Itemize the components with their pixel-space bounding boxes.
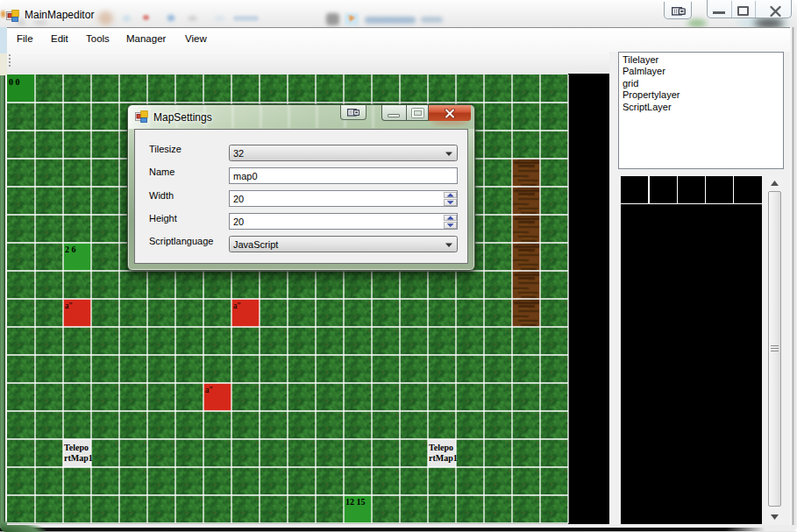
svg-text:a": a" — [205, 385, 213, 394]
svg-text:2 6: 2 6 — [65, 245, 76, 254]
svg-text:12 15: 12 15 — [345, 497, 366, 507]
svg-text:Telepo: Telepo — [64, 443, 89, 452]
svg-text:Telepo: Telepo — [429, 443, 453, 452]
svg-text:rtMap1: rtMap1 — [64, 453, 93, 463]
svg-text:rtMap1: rtMap1 — [429, 453, 458, 463]
svg-text:a": a" — [233, 301, 241, 310]
svg-text:0 0: 0 0 — [9, 77, 20, 87]
svg-text:a": a" — [65, 301, 73, 310]
